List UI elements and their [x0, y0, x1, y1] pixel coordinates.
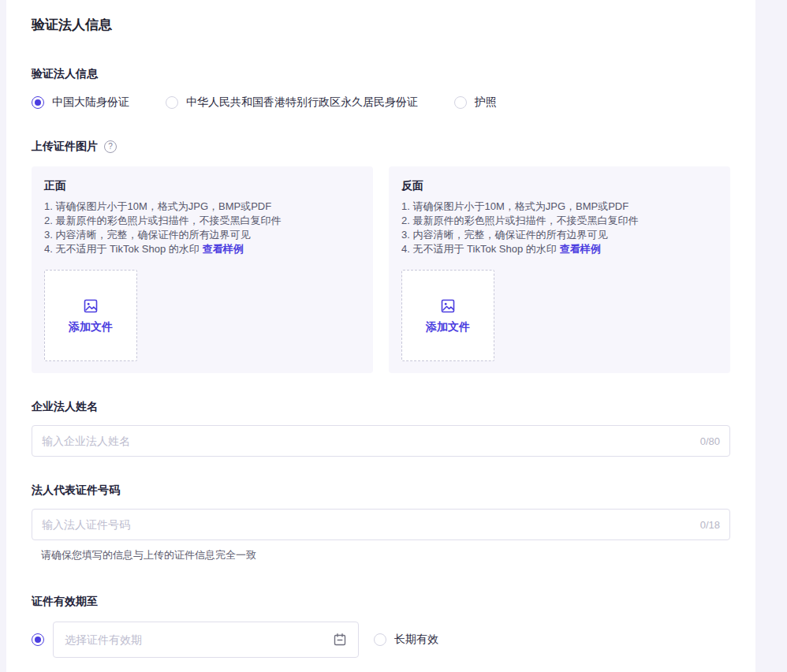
instruction-line: 4. 无不适用于 TikTok Shop 的水印查看样例	[44, 242, 360, 256]
legal-name-group: 企业法人姓名 0/80	[32, 400, 730, 457]
add-file-label[interactable]: 添加文件	[426, 320, 470, 334]
radio-option-mainland-id[interactable]: 中国大陆身份证	[32, 95, 129, 110]
add-file-label[interactable]: 添加文件	[69, 320, 113, 334]
calendar-icon[interactable]	[333, 633, 347, 647]
radio-option-hk-id[interactable]: 中华人民共和国香港特别行政区永久居民身份证	[166, 95, 418, 110]
long-term-radio[interactable]	[374, 633, 386, 646]
legal-info-section-label: 验证法人信息	[32, 67, 730, 81]
instruction-line: 1. 请确保图片小于10M，格式为JPG，BMP或PDF	[44, 200, 360, 214]
expiry-date-input[interactable]	[65, 633, 333, 646]
expiry-group: 证件有效期至 长期有效	[32, 594, 730, 658]
image-icon	[439, 297, 457, 315]
back-side-card: 反面 1. 请确保图片小于10M，格式为JPG，BMP或PDF 2. 最新原件的…	[389, 166, 730, 373]
legal-name-input-wrap: 0/80	[32, 425, 730, 457]
instruction-line: 3. 内容清晰，完整，确保证件的所有边界可见	[401, 228, 718, 242]
radio-label-passport[interactable]: 护照	[475, 95, 497, 110]
instruction-line: 4. 无不适用于 TikTok Shop 的水印查看样例	[401, 242, 718, 256]
front-add-file-dropzone[interactable]: 添加文件	[44, 270, 137, 361]
instruction-text: 4. 无不适用于 TikTok Shop 的水印	[44, 243, 200, 255]
radio-button-hk-id[interactable]	[166, 96, 178, 109]
long-term-option[interactable]: 长期有效	[374, 633, 438, 647]
radio-label-mainland-id[interactable]: 中国大陆身份证	[52, 95, 129, 110]
id-type-radio-group: 中国大陆身份证 中华人民共和国香港特别行政区永久居民身份证 护照	[32, 95, 730, 110]
view-sample-link[interactable]: 查看样例	[560, 243, 601, 255]
view-sample-link[interactable]: 查看样例	[203, 243, 244, 255]
id-number-input[interactable]	[42, 518, 692, 531]
legal-name-label: 企业法人姓名	[32, 400, 730, 414]
id-number-label: 法人代表证件号码	[32, 483, 730, 498]
id-number-counter: 0/18	[700, 519, 720, 531]
expiry-label: 证件有效期至	[32, 595, 98, 607]
instruction-line: 1. 请确保图片小于10M，格式为JPG，BMP或PDF	[401, 200, 718, 214]
image-icon	[82, 297, 99, 315]
upload-cards: 正面 1. 请确保图片小于10M，格式为JPG，BMP或PDF 2. 最新原件的…	[32, 166, 730, 373]
long-term-label[interactable]: 长期有效	[394, 633, 438, 647]
back-card-title: 反面	[401, 179, 718, 193]
page-title: 验证法人信息	[32, 16, 730, 34]
instruction-line: 2. 最新原件的彩色照片或扫描件，不接受黑白复印件	[401, 214, 718, 228]
upload-section-label: 上传证件图片	[32, 140, 98, 154]
front-card-title: 正面	[44, 179, 360, 193]
expiry-row: 长期有效	[32, 622, 730, 658]
instruction-line: 2. 最新原件的彩色照片或扫描件，不接受黑白复印件	[44, 214, 360, 228]
question-circle-icon[interactable]: ?	[104, 140, 117, 153]
id-number-input-wrap: 0/18	[32, 509, 730, 540]
back-add-file-dropzone[interactable]: 添加文件	[401, 270, 494, 361]
radio-button-passport[interactable]	[454, 96, 467, 109]
expiry-date-radio[interactable]	[32, 633, 44, 646]
radio-button-mainland-id[interactable]	[32, 96, 44, 109]
content-panel: 验证法人信息 验证法人信息 中国大陆身份证 中华人民共和国香港特别行政区永久居民…	[6, 0, 755, 672]
expiry-date-input-wrap	[53, 622, 359, 658]
legal-name-input[interactable]	[42, 435, 692, 447]
radio-option-passport[interactable]: 护照	[454, 95, 497, 110]
instruction-text: 4. 无不适用于 TikTok Shop 的水印	[401, 243, 557, 255]
id-number-group: 法人代表证件号码 0/18 请确保您填写的信息与上传的证件信息完全一致	[32, 483, 730, 562]
front-side-card: 正面 1. 请确保图片小于10M，格式为JPG，BMP或PDF 2. 最新原件的…	[32, 166, 373, 373]
legal-name-counter: 0/80	[700, 435, 720, 447]
radio-label-hk-id[interactable]: 中华人民共和国香港特别行政区永久居民身份证	[186, 95, 418, 110]
id-number-helper-text: 请确保您填写的信息与上传的证件信息完全一致	[41, 548, 730, 562]
instruction-line: 3. 内容清晰，完整，确保证件的所有边界可见	[44, 228, 360, 242]
